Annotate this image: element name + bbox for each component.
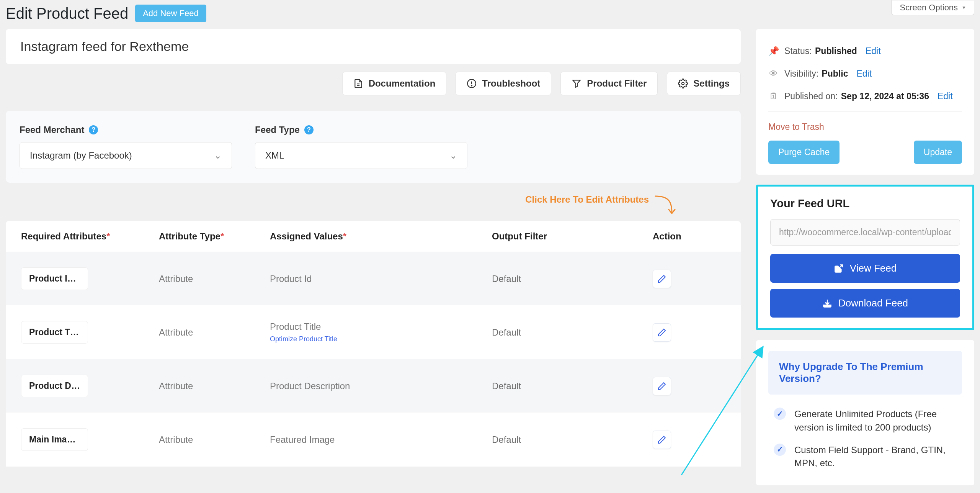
feed-type-select[interactable]: XML ⌄ (255, 142, 467, 169)
benefit-item: ✓ Custom Field Support - Brand, GTIN, MP… (768, 439, 962, 475)
attr-type-cell: Attribute (159, 327, 270, 338)
output-cell: Default (492, 434, 653, 445)
page-title: Edit Product Feed (6, 5, 128, 22)
product-filter-button[interactable]: Product Filter (560, 72, 658, 95)
filter-icon (572, 79, 581, 88)
output-cell: Default (492, 327, 653, 338)
screen-options-toggle[interactable]: Screen Options ▼ (892, 0, 974, 15)
feed-type-label: Feed Type ? (255, 124, 467, 135)
external-link-icon (834, 264, 844, 274)
edit-attributes-hint: Click Here To Edit Attributes (6, 194, 741, 217)
table-row: Product Desc… Attribute Product Descript… (6, 359, 741, 413)
col-output: Output Filter (492, 231, 653, 242)
documentation-button[interactable]: Documentation (342, 72, 447, 95)
move-to-trash-link[interactable]: Move to Trash (768, 119, 824, 141)
col-required: Required Attributes* (21, 231, 159, 242)
upgrade-box: Why Upgrade To The Premium Version? ✓ Ge… (756, 340, 974, 485)
download-icon (822, 298, 832, 308)
col-assigned: Assigned Values* (270, 231, 492, 242)
alert-icon (467, 79, 477, 88)
update-button[interactable]: Update (914, 141, 962, 164)
assigned-cell: Product Id (270, 274, 492, 284)
attr-type-cell: Attribute (159, 381, 270, 391)
upgrade-title: Why Upgrade To The Premium Version? (768, 351, 962, 395)
attr-name-tag: Product Desc… (21, 375, 88, 397)
attr-name-tag: Main Image [… (21, 428, 88, 451)
attr-type-cell: Attribute (159, 434, 270, 445)
eye-icon: 👁 (768, 69, 778, 79)
svg-marker-5 (573, 80, 581, 87)
arrow-curve-icon (653, 194, 676, 217)
table-row: Product Id [id] Attribute Product Id Def… (6, 252, 741, 306)
feed-title-input[interactable]: Instagram feed for Rextheme (6, 29, 741, 64)
feed-url-box: Your Feed URL View Feed Download Feed (756, 185, 974, 330)
pencil-icon (657, 274, 666, 283)
assigned-cell: Featured Image (270, 434, 492, 445)
publish-box: 📌 Status: Published Edit 👁 Visibility: P… (756, 29, 974, 175)
edit-status-link[interactable]: Edit (866, 46, 881, 56)
attr-name-tag: Product Id [id] (21, 267, 88, 290)
download-feed-button[interactable]: Download Feed (770, 289, 960, 318)
check-icon: ✓ (774, 408, 786, 420)
troubleshoot-button[interactable]: Troubleshoot (456, 72, 551, 95)
table-row: Product Title … Attribute Product Title … (6, 306, 741, 359)
edit-row-button[interactable] (653, 323, 671, 342)
feed-url-title: Your Feed URL (770, 197, 960, 210)
feed-url-input[interactable] (770, 219, 960, 246)
feed-settings-card: Feed Merchant ? Instagram (by Facebook) … (6, 111, 741, 183)
pencil-icon (657, 435, 666, 444)
attributes-table: Required Attributes* Attribute Type* Ass… (6, 221, 741, 467)
chevron-down-icon: ▼ (962, 5, 966, 10)
edit-visibility-link[interactable]: Edit (856, 69, 872, 79)
assigned-cell: Product Description (270, 381, 492, 391)
output-cell: Default (492, 381, 653, 391)
screen-options-label: Screen Options (900, 3, 958, 13)
add-new-feed-button[interactable]: Add New Feed (135, 5, 206, 22)
purge-cache-button[interactable]: Purge Cache (768, 141, 840, 164)
assigned-cell: Product Title (270, 321, 492, 332)
optimize-title-link[interactable]: Optimize Product Title (270, 335, 492, 343)
chevron-down-icon: ⌄ (449, 150, 457, 161)
gear-icon (678, 79, 688, 88)
pencil-icon (657, 382, 666, 391)
attr-name-tag: Product Title … (21, 321, 88, 344)
document-icon (353, 79, 363, 88)
feed-merchant-label: Feed Merchant ? (20, 124, 232, 135)
check-icon: ✓ (774, 444, 786, 456)
feed-merchant-select[interactable]: Instagram (by Facebook) ⌄ (20, 142, 232, 169)
calendar-icon: 🗓 (768, 91, 778, 102)
svg-point-6 (682, 82, 684, 85)
settings-button[interactable]: Settings (667, 72, 741, 95)
edit-row-button[interactable] (653, 377, 671, 395)
svg-point-4 (471, 85, 472, 86)
edit-date-link[interactable]: Edit (938, 91, 953, 102)
attr-type-cell: Attribute (159, 274, 270, 284)
help-icon[interactable]: ? (304, 125, 314, 134)
view-feed-button[interactable]: View Feed (770, 254, 960, 283)
col-attr-type: Attribute Type* (159, 231, 270, 242)
pin-icon: 📌 (768, 46, 778, 56)
edit-row-button[interactable] (653, 431, 671, 449)
help-icon[interactable]: ? (89, 125, 98, 134)
benefit-item: ✓ Generate Unlimited Products (Free vers… (768, 403, 962, 439)
edit-row-button[interactable] (653, 270, 671, 288)
output-cell: Default (492, 274, 653, 284)
chevron-down-icon: ⌄ (214, 150, 222, 161)
pencil-icon (657, 328, 666, 337)
col-action: Action (653, 231, 714, 242)
table-row: Main Image [… Attribute Featured Image D… (6, 413, 741, 467)
